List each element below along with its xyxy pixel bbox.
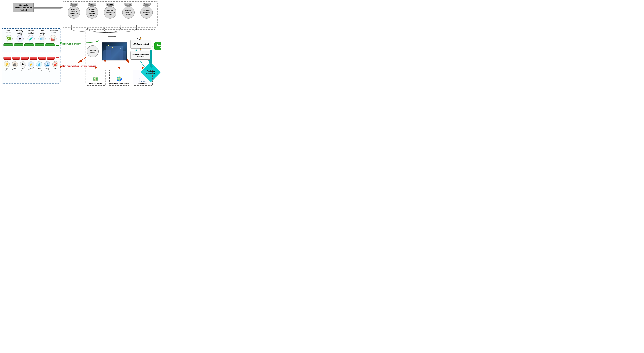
soil-icon: 🪨 [12,61,18,67]
stages-container: A-stage Building material production sta… [63,1,158,28]
cyan-arrow-down [150,66,154,68]
lca-emergy-box: 🧍 LCA-Emergy method [130,40,151,48]
stage-label-e: E-stage [142,3,150,6]
env-icon: 🌍 [116,76,122,82]
stages-row: A-stage Building material production sta… [63,2,157,18]
red-arrow-env: ▼ [118,66,121,70]
stage-item-c: C-stage Building construction phase [102,3,118,18]
stage-circle-e: Building demolition stage [140,6,153,18]
water-icon: 🌊 [44,61,50,67]
system-loss-box: System loss [133,70,152,86]
green-cylinder-4 [35,44,44,46]
improvement-strategy-box: Improvement strategy [154,42,161,50]
lca-title: Life cycle assessment (LCA) method [13,4,34,12]
geothermal-label: Geothermalenergy [49,30,58,34]
stage-circle-b: Building material transport phase [86,6,98,18]
cyan-vertical-arrow [150,50,152,66]
red-cylinder-3 [21,57,29,60]
soil-label: Soil [14,68,16,69]
red-arrow-loss: ▼ [141,66,145,70]
red-cylinder-5 [38,57,46,60]
lca-carbon-box: 🧍 LCA-Carbon emission approach [130,51,151,60]
electricity-icon: ⚡ [28,61,34,67]
svg-line-18 [78,57,86,63]
renewable-energy-label: Renewable energy [62,43,80,45]
wind-label: Winddynamicenergy [38,30,47,34]
green-cylinder-2 [14,44,24,46]
chemical-label: Chemicalenergy ofrainwater [26,30,36,34]
output-boxes-row: ▼ 💵 Economic market ▼ 🌍 Environmental di… [86,66,152,86]
system-loss-container: ▼ System loss [133,66,152,86]
red-arrow-economic: ▼ [94,66,98,70]
svg-marker-5 [34,7,63,8]
environmental-discharge-box: 🌍 Environmental discharge [109,70,129,86]
stage-label-b: B-stage [88,3,96,6]
diesel-icon: ⛽ [52,61,58,67]
wind-icon: 💨 [38,35,46,42]
diesel-label: Diesel [53,67,58,70]
double-arrow-icon: » [152,44,154,48]
green-cylinder-3 [24,44,34,46]
person-icon-1: 🧍 [139,37,142,40]
stage-item-d: D-stage Building operation phase [120,3,136,18]
nonrenewable-energy-box: 🌾 Land 🪨 Soil 🏗 Material ⚡ Electricity 💧… [2,55,60,84]
economic-market-container: ▼ 💵 Economic market [86,66,106,86]
stage-circle-d: Building operation phase [122,6,134,18]
red-cylinder-1 [4,57,11,60]
economic-market-box: 💵 Economic market [86,70,106,86]
stage-item-e: E-stage Building demolition stage [138,3,154,18]
rainwater-label: Rainwaterpotentialenergy [15,30,25,34]
environmental-discharge-container: ▼ 🌍 Environmental discharge [109,66,129,86]
stage-circle-c: Building construction phase [104,6,116,18]
green-cylinder-5 [45,44,55,46]
red-cylinder-4 [30,57,38,60]
rain-icon: 🌧 [16,35,24,42]
building-system-circle: Building system [87,45,99,57]
chemical-icon: 🧪 [28,35,34,42]
building-image [102,42,127,60]
stage-item-b: B-stage Building material transport phas… [84,3,100,18]
heat-label: Heat [38,67,41,70]
red-cylinder-2 [12,57,20,60]
stage-circle-a: Building material production stage [68,6,80,18]
solar-icon: 🌿 [6,35,12,42]
person-icon-2: 🧍 [139,48,142,52]
economic-icon: 💵 [93,76,99,82]
stage-label-c: C-stage [106,3,114,6]
material-icon: 🏗 [20,61,26,67]
stage-item-a: A-stage Building material production sta… [66,3,82,18]
lca-method-box: Life cycle assessment (LCA) method [13,3,34,12]
heat-icon: 💧 [36,61,42,67]
land-icon: 🌾 [4,61,10,67]
solar-label: Solarenergy [4,30,13,34]
land-label: Land [5,67,8,70]
green-cylinder-1 [4,44,13,46]
system-loss-icon [140,77,146,82]
renewable-energy-box: Solarenergy Rainwaterpotentialenergy Che… [2,28,60,53]
geothermal-icon: 🏭 [50,35,56,42]
water-label: Water [45,67,49,70]
stage-label-a: A-stage [70,3,78,6]
red-cylinder-6 [47,57,55,60]
stage-label-d: D-stage [124,3,132,6]
